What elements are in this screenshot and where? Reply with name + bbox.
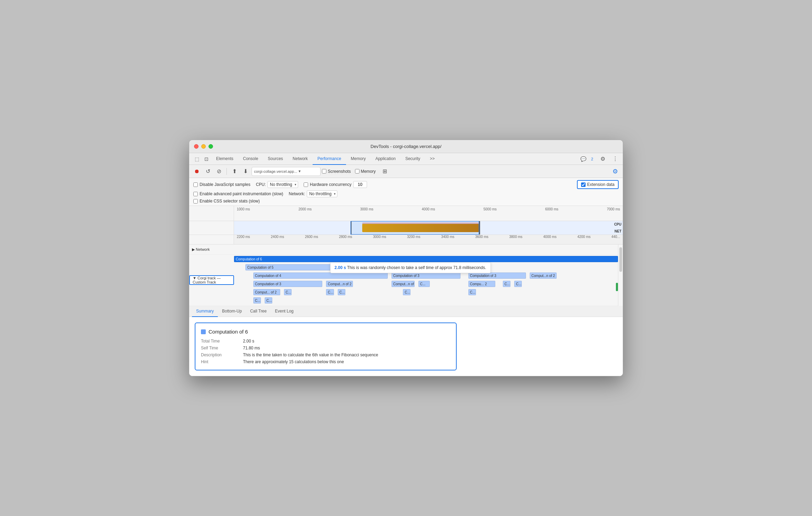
settings-icon[interactable]: ⚙ bbox=[598, 154, 608, 164]
memory-checkbox[interactable] bbox=[355, 169, 359, 173]
bottom-tabs: Summary Bottom-Up Call Tree Event Log bbox=[189, 306, 623, 317]
comp4-block[interactable]: Computation of 4 bbox=[253, 272, 388, 279]
upload-icon[interactable]: ⬆ bbox=[230, 167, 239, 176]
tab-application[interactable]: Application bbox=[371, 153, 400, 165]
c1b-block[interactable]: C...1 bbox=[284, 289, 292, 295]
advanced-paint-label[interactable]: Enable advanced paint instrumentation (s… bbox=[193, 191, 283, 196]
url-dropdown-icon[interactable]: ▼ bbox=[298, 169, 301, 173]
flame-row-5: C... C...0 bbox=[234, 297, 618, 304]
comp6-block[interactable]: Computation of 6 bbox=[234, 256, 618, 262]
screenshots-checkbox-label[interactable]: Screenshots bbox=[322, 169, 351, 174]
screenshots-checkbox[interactable] bbox=[322, 169, 326, 173]
summary-title: Computation of 6 bbox=[201, 329, 450, 335]
description-val: This is the time taken to calculate the … bbox=[243, 353, 450, 357]
advanced-paint-checkbox[interactable] bbox=[193, 192, 198, 196]
c1c-block[interactable]: C...1 bbox=[326, 289, 334, 295]
c1d-block[interactable]: C...1 bbox=[468, 289, 476, 295]
comp2e-block[interactable]: Comput... of 2 bbox=[253, 289, 280, 295]
comp3c-block[interactable]: Computation of 3 bbox=[253, 281, 323, 287]
comp3b-block[interactable]: Computation of 3 bbox=[468, 272, 526, 279]
cxc-block[interactable]: C... bbox=[403, 289, 410, 295]
extension-data-checkbox[interactable] bbox=[581, 182, 586, 187]
disable-js-label[interactable]: Disable JavaScript samples bbox=[193, 182, 250, 187]
css-selector-label[interactable]: Enable CSS selector stats (slow) bbox=[193, 199, 260, 204]
tab-security[interactable]: Security bbox=[400, 153, 425, 165]
ruler-spacer bbox=[189, 206, 234, 221]
network-track-label[interactable]: ▶ Network bbox=[189, 247, 234, 252]
c0b-block[interactable]: C...0 bbox=[265, 297, 272, 304]
corgi-track: ▼ Corgi track — Custom Track Computation… bbox=[189, 255, 618, 306]
tab-call-tree[interactable]: Call Tree bbox=[246, 306, 271, 317]
screenshot-capture-icon[interactable]: ⊞ bbox=[380, 167, 389, 176]
settings-bar: Disable JavaScript samples CPU: No throt… bbox=[189, 178, 623, 206]
performance-settings-icon[interactable]: ⚙ bbox=[610, 167, 620, 176]
tab-more[interactable]: >> bbox=[425, 153, 439, 165]
hint-val: There are approximately 15 calculations … bbox=[243, 359, 450, 364]
hardware-concurrency-group[interactable]: Hardware concurrency bbox=[304, 181, 367, 188]
window-title: DevTools - corgi-collage.vercel.app/ bbox=[371, 144, 441, 149]
network-throttle-select[interactable]: No throttling bbox=[307, 190, 337, 197]
cx-block[interactable]: C... bbox=[418, 281, 430, 287]
disable-js-checkbox[interactable] bbox=[193, 182, 198, 187]
device-icon[interactable]: ⊡ bbox=[202, 154, 211, 164]
clear-icon[interactable]: ⊘ bbox=[214, 167, 224, 176]
devtools-window: DevTools - corgi-collage.vercel.app/ ⬚ ⊡… bbox=[189, 140, 623, 376]
inspect-icon[interactable]: ⬚ bbox=[192, 154, 202, 164]
c1a-block[interactable]: C...1 bbox=[503, 281, 510, 287]
settings-row-3: Enable CSS selector stats (slow) bbox=[193, 199, 619, 204]
tracks-area: ▶ Network ▼ Corgi track — Custom Track C… bbox=[189, 245, 623, 306]
cpu-throttle-group: CPU: No throttling bbox=[256, 181, 298, 188]
hardware-concurrency-input[interactable] bbox=[353, 181, 367, 188]
network-throttle-select-wrapper[interactable]: No throttling bbox=[307, 190, 337, 197]
memory-checkbox-label[interactable]: Memory bbox=[355, 169, 376, 174]
tab-summary[interactable]: Summary bbox=[192, 306, 218, 317]
comp2b-block[interactable]: Comput...n of 2 bbox=[326, 281, 353, 287]
corgi-track-label[interactable]: ▼ Corgi track — Custom Track bbox=[189, 275, 234, 285]
corgi-track-content: Computation of 6 Computation of 5 2.00 s… bbox=[234, 255, 618, 305]
dlabel-3400: 3400 ms bbox=[441, 235, 454, 239]
tab-bottom-up[interactable]: Bottom-Up bbox=[218, 306, 246, 317]
vertical-scrollbar-area[interactable] bbox=[618, 245, 623, 306]
comp2c-block[interactable]: Comput...n of 2 bbox=[392, 281, 415, 287]
timeline-overview[interactable]: CPU NET bbox=[189, 221, 623, 235]
minimize-button[interactable] bbox=[201, 144, 206, 149]
vertical-scrollbar-thumb[interactable] bbox=[619, 247, 622, 272]
detail-ruler: 2200 ms 2400 ms 2600 ms 2800 ms 3000 ms … bbox=[189, 235, 623, 245]
ruler-label-1000: 1000 ms bbox=[237, 207, 250, 211]
maximize-button[interactable] bbox=[209, 144, 213, 149]
hardware-concurrency-checkbox[interactable] bbox=[304, 182, 308, 187]
tab-memory[interactable]: Memory bbox=[346, 153, 371, 165]
c0a-block[interactable]: C...0 bbox=[514, 281, 522, 287]
tab-elements[interactable]: Elements bbox=[211, 153, 238, 165]
url-display: corgi-collage.vercel.app... ▼ bbox=[252, 167, 321, 176]
summary-card: Computation of 6 Total Time 2.00 s Self … bbox=[195, 322, 457, 370]
tab-performance[interactable]: Performance bbox=[313, 153, 346, 165]
comp2d-block[interactable]: Compu... 2 bbox=[468, 281, 495, 287]
comp3a-block[interactable]: Computation of 3 bbox=[392, 272, 461, 279]
ruler-label-2000: 2000 ms bbox=[298, 207, 312, 211]
tab-sources[interactable]: Sources bbox=[263, 153, 288, 165]
comp2a-block[interactable]: Comput...n of 2 bbox=[530, 272, 557, 279]
ruler-label-6000: 6000 ms bbox=[545, 207, 558, 211]
record-icon[interactable]: ⏺ bbox=[192, 167, 202, 176]
summary-table: Total Time 2.00 s Self Time 71.80 ms Des… bbox=[201, 339, 450, 364]
tab-network[interactable]: Network bbox=[288, 153, 313, 165]
dlabel-3000: 3000 ms bbox=[373, 235, 386, 239]
dlabel-2800: 2800 ms bbox=[339, 235, 352, 239]
cxd-block[interactable]: C... bbox=[253, 297, 261, 304]
cxb-block[interactable]: C... bbox=[338, 289, 345, 295]
css-selector-checkbox[interactable] bbox=[193, 199, 198, 204]
chat-icon[interactable]: 💬 bbox=[580, 156, 586, 162]
reload-record-icon[interactable]: ↺ bbox=[203, 167, 213, 176]
more-icon[interactable]: ⋮ bbox=[610, 154, 620, 164]
cpu-throttle-select[interactable]: No throttling bbox=[267, 181, 298, 188]
selection-overlay[interactable] bbox=[351, 221, 479, 235]
close-button[interactable] bbox=[194, 144, 199, 149]
tab-console[interactable]: Console bbox=[238, 153, 263, 165]
tab-event-log[interactable]: Event Log bbox=[271, 306, 298, 317]
download-icon[interactable]: ⬇ bbox=[241, 167, 250, 176]
cpu-throttle-select-wrapper[interactable]: No throttling bbox=[267, 181, 298, 188]
right-handle[interactable] bbox=[479, 221, 480, 235]
summary-color-dot bbox=[201, 329, 206, 334]
total-time-key: Total Time bbox=[201, 339, 239, 344]
